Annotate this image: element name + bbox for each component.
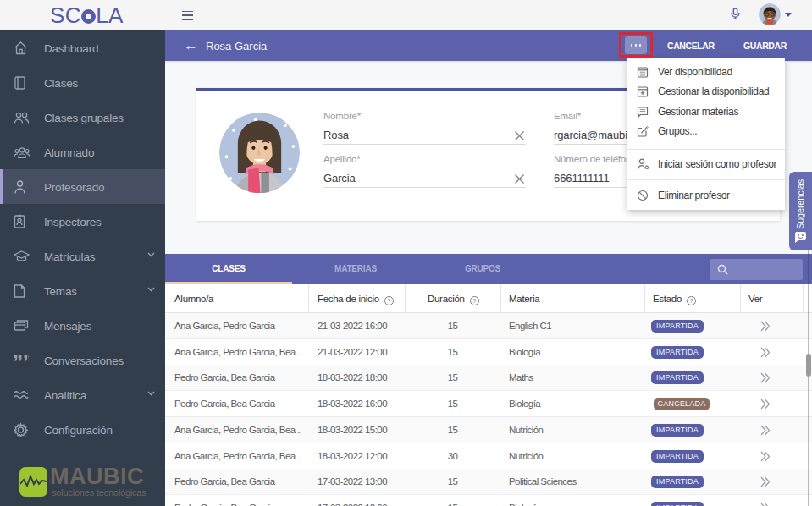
svg-text:””: ”” — [14, 355, 29, 366]
